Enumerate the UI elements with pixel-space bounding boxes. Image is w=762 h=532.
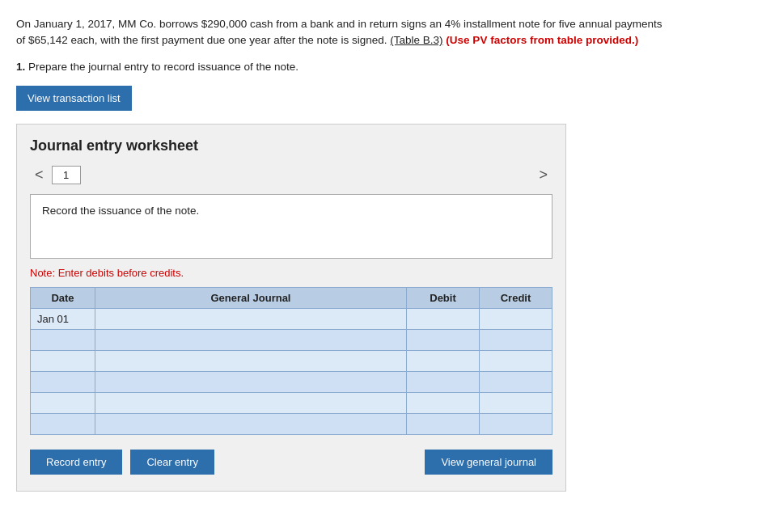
debit-cell[interactable]	[407, 413, 480, 434]
table-row: Jan 01	[31, 308, 552, 329]
credit-cell[interactable]	[480, 371, 552, 392]
debit-cell[interactable]	[407, 392, 480, 413]
credit-cell[interactable]	[480, 308, 552, 329]
general-journal-cell[interactable]	[95, 392, 407, 413]
table-row	[31, 371, 552, 392]
debit-cell[interactable]	[407, 308, 480, 329]
view-general-journal-button[interactable]: View general journal	[425, 450, 552, 475]
debit-input[interactable]	[407, 351, 479, 371]
date-cell	[31, 350, 95, 371]
instruction-paragraph: 1. Prepare the journal entry to record i…	[16, 61, 746, 73]
debit-input[interactable]	[407, 372, 479, 392]
intro-paragraph: On January 1, 2017, MM Co. borrows $290,…	[16, 16, 746, 49]
debit-input[interactable]	[407, 414, 479, 434]
general-journal-cell[interactable]	[95, 413, 407, 434]
credit-input[interactable]	[480, 393, 552, 413]
action-buttons-row: Record entry Clear entry View general jo…	[30, 450, 552, 475]
intro-text2: of $65,142 each, with the first payment …	[16, 34, 387, 46]
general-journal-input[interactable]	[95, 351, 406, 371]
header-date: Date	[31, 287, 95, 308]
debit-cell[interactable]	[407, 371, 480, 392]
credit-cell[interactable]	[480, 392, 552, 413]
general-journal-cell[interactable]	[95, 350, 407, 371]
debit-input[interactable]	[407, 393, 479, 413]
credit-cell[interactable]	[480, 413, 552, 434]
date-cell	[31, 371, 95, 392]
table-row	[31, 329, 552, 350]
credit-input[interactable]	[480, 330, 552, 350]
description-text: Record the issuance of the note.	[42, 205, 199, 217]
debit-input[interactable]	[407, 309, 479, 329]
table-row	[31, 350, 552, 371]
debit-cell[interactable]	[407, 329, 480, 350]
date-cell	[31, 392, 95, 413]
general-journal-input[interactable]	[95, 330, 406, 350]
general-journal-input[interactable]	[95, 414, 406, 434]
credit-input[interactable]	[480, 414, 552, 434]
general-journal-cell[interactable]	[95, 329, 407, 350]
credit-cell[interactable]	[480, 350, 552, 371]
table-row	[31, 413, 552, 434]
clear-entry-button[interactable]: Clear entry	[130, 450, 214, 475]
nav-right-button[interactable]: >	[534, 167, 552, 182]
view-transaction-button[interactable]: View transaction list	[16, 86, 132, 111]
header-gj: General Journal	[95, 287, 407, 308]
general-journal-input[interactable]	[95, 309, 406, 329]
worksheet-title: Journal entry worksheet	[30, 137, 552, 154]
tab-navigation: < 1 >	[30, 166, 552, 184]
credit-input[interactable]	[480, 351, 552, 371]
pv-note: (Use PV factors from table provided.)	[446, 34, 638, 46]
record-entry-button[interactable]: Record entry	[30, 450, 122, 475]
header-credit: Credit	[480, 287, 552, 308]
instruction-text: Prepare the journal entry to record issu…	[28, 61, 298, 73]
date-cell	[31, 329, 95, 350]
general-journal-cell[interactable]	[95, 308, 407, 329]
debit-input[interactable]	[407, 330, 479, 350]
nav-left-button[interactable]: <	[30, 167, 49, 182]
intro-text1: On January 1, 2017, MM Co. borrows $290,…	[16, 18, 662, 30]
date-cell: Jan 01	[31, 308, 95, 329]
credit-input[interactable]	[480, 309, 552, 329]
journal-table: Date General Journal Debit Credit Jan 01	[30, 287, 552, 435]
general-journal-cell[interactable]	[95, 371, 407, 392]
header-debit: Debit	[407, 287, 480, 308]
description-box: Record the issuance of the note.	[30, 194, 552, 259]
tab-number: 1	[52, 166, 81, 184]
worksheet-container: Journal entry worksheet < 1 > Record the…	[16, 124, 566, 492]
table-row	[31, 392, 552, 413]
general-journal-input[interactable]	[95, 372, 406, 392]
instruction-number: 1.	[16, 61, 25, 73]
credit-input[interactable]	[480, 372, 552, 392]
date-cell	[31, 413, 95, 434]
table-link[interactable]: (Table B.3)	[390, 34, 442, 46]
debit-cell[interactable]	[407, 350, 480, 371]
note-text: Note: Enter debits before credits.	[30, 267, 552, 279]
credit-cell[interactable]	[480, 329, 552, 350]
general-journal-input[interactable]	[95, 393, 406, 413]
